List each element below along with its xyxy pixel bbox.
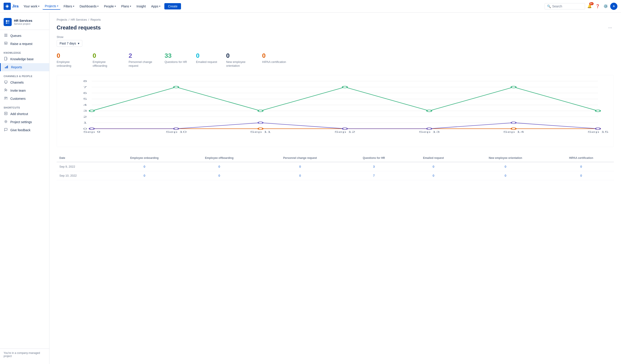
svg-text:6: 6 <box>83 92 87 94</box>
table-cell-value: 0 <box>107 171 182 180</box>
svg-text:5: 5 <box>83 98 87 100</box>
svg-rect-7 <box>4 35 7 35</box>
sidebar-item-label: Knowledge base <box>10 57 34 61</box>
settings-button[interactable]: ⚙️ <box>602 3 609 10</box>
nav-people[interactable]: People ▾ <box>102 3 118 9</box>
breadcrumb-projects[interactable]: Projects <box>57 18 67 21</box>
breadcrumb: Projects / HR Services / Reports <box>57 18 614 21</box>
sidebar-item-customers[interactable]: Customers <box>0 95 49 103</box>
svg-text:0: 0 <box>83 127 87 130</box>
svg-text:Sep 10: Sep 10 <box>166 131 187 133</box>
table-cell-date: Sep 10, 2022 <box>57 171 107 180</box>
svg-rect-11 <box>7 58 7 60</box>
chevron-down-icon: ▾ <box>73 5 74 7</box>
user-avatar[interactable]: A <box>610 3 617 10</box>
svg-rect-10 <box>4 57 7 60</box>
nav-projects[interactable]: Projects ▾ <box>42 3 60 10</box>
svg-rect-13 <box>6 66 7 68</box>
sidebar-section-channels: CHANNELS & PEOPLE <box>0 71 49 78</box>
svg-rect-14 <box>7 66 8 68</box>
svg-point-17 <box>5 97 6 98</box>
svg-text:Sep 11: Sep 11 <box>250 131 271 133</box>
svg-rect-5 <box>8 22 9 24</box>
table-cell-value: 0 <box>548 162 614 171</box>
svg-point-57 <box>427 128 431 130</box>
table-header-5: Emailed request <box>404 154 463 162</box>
sidebar-item-queues[interactable]: Queues <box>0 32 49 40</box>
metric-label: Emailed request <box>196 60 217 64</box>
svg-text:4: 4 <box>83 104 87 106</box>
metric-value: 0 <box>196 52 217 59</box>
metric-value: 0 <box>57 52 84 59</box>
more-options-button[interactable]: ··· <box>606 24 614 31</box>
sidebar-item-invite-team[interactable]: Invite team <box>0 86 49 95</box>
search-icon: 🔍 <box>547 4 551 8</box>
sidebar-item-label: Project settings <box>10 120 32 124</box>
data-table: DateEmployee onboardingEmployee offboard… <box>57 154 614 180</box>
table-header-1: Employee onboarding <box>107 154 182 162</box>
app-layout: HR Services Service project Queues Raise… <box>0 13 621 364</box>
breadcrumb-hr-services[interactable]: HR Services <box>71 18 87 21</box>
show-label: Show <box>57 35 614 39</box>
table-cell-value: 3 <box>343 162 404 171</box>
svg-point-1 <box>6 6 8 7</box>
svg-point-61 <box>174 86 178 88</box>
sidebar-item-label: Give feedback <box>10 128 31 132</box>
sidebar-item-add-shortcut[interactable]: Add shortcut <box>0 110 49 118</box>
sidebar-item-label: Raise a request <box>10 42 32 46</box>
chevron-down-icon: ▾ <box>159 5 160 7</box>
metric-label: New employee orientation <box>226 60 253 68</box>
table-cell-value: 0 <box>257 171 343 180</box>
nav-insight[interactable]: Insight <box>134 3 148 9</box>
nav-filters[interactable]: Filters ▾ <box>61 3 76 9</box>
sidebar-item-project-settings[interactable]: Project settings <box>0 118 49 126</box>
metric-label: Personnel change request <box>129 60 155 68</box>
sidebar-item-label: Invite team <box>10 89 26 92</box>
svg-point-48 <box>258 128 263 130</box>
sidebar-footer: You're in a company-managed project <box>0 348 49 360</box>
jira-logo[interactable]: Jira <box>4 3 18 10</box>
svg-point-62 <box>258 110 263 112</box>
table-header-7: HIPAA certification <box>548 154 614 162</box>
svg-point-51 <box>511 128 516 130</box>
metric-value: 33 <box>165 52 187 59</box>
table-header-6: New employee orientation <box>463 154 548 162</box>
queues-icon <box>4 33 8 38</box>
help-button[interactable]: ❓ <box>594 3 601 10</box>
project-name: HR Services <box>14 19 32 22</box>
search-bar[interactable]: 🔍 Search <box>545 3 585 9</box>
svg-rect-15 <box>4 81 7 83</box>
sidebar-item-give-feedback[interactable]: Give feedback <box>0 126 49 134</box>
nav-your-work[interactable]: Your work ▾ <box>21 3 42 9</box>
svg-text:Sep 13: Sep 13 <box>419 131 440 133</box>
page-header: Created requests ··· <box>57 24 614 31</box>
sidebar-item-channels[interactable]: Channels <box>0 78 49 86</box>
svg-point-20 <box>5 121 6 122</box>
nav-dashboards[interactable]: Dashboards ▾ <box>77 3 101 9</box>
show-dropdown[interactable]: Past 7 days ▾ <box>57 40 82 47</box>
table-header-0: Date <box>57 154 107 162</box>
nav-apps[interactable]: Apps ▾ <box>149 3 163 9</box>
svg-text:Sep 15: Sep 15 <box>587 131 608 133</box>
svg-text:Sep 12: Sep 12 <box>334 131 355 133</box>
create-button[interactable]: Create <box>164 3 181 9</box>
table-header-4: Questions for HR <box>343 154 404 162</box>
table-header-2: Employee offboarding <box>182 154 257 162</box>
sidebar-item-raise-request[interactable]: Raise a request <box>0 40 49 48</box>
notifications-button[interactable]: 🔔 9+ <box>586 3 593 10</box>
give-feedback-icon <box>4 128 8 132</box>
table-cell-value: 0 <box>463 162 548 171</box>
sidebar-item-knowledge-base[interactable]: Knowledge base <box>0 55 49 63</box>
project-settings-icon <box>4 120 8 124</box>
add-shortcut-icon <box>4 112 8 116</box>
table-cell-value: 0 <box>404 162 463 171</box>
notification-badge: 9+ <box>589 2 594 5</box>
line-chart: 012345678Sep 9Sep 10Sep 11Sep 12Sep 13Se… <box>68 79 610 138</box>
svg-point-59 <box>596 128 600 130</box>
sidebar-item-reports[interactable]: Reports <box>0 63 49 71</box>
show-filter-section: Show Past 7 days ▾ <box>57 35 614 47</box>
nav-plans[interactable]: Plans ▾ <box>119 3 133 9</box>
top-navigation: Jira Your work ▾ Projects ▾ Filters ▾ Da… <box>0 0 621 13</box>
sidebar-item-label: Reports <box>11 65 22 69</box>
svg-point-65 <box>511 86 516 88</box>
